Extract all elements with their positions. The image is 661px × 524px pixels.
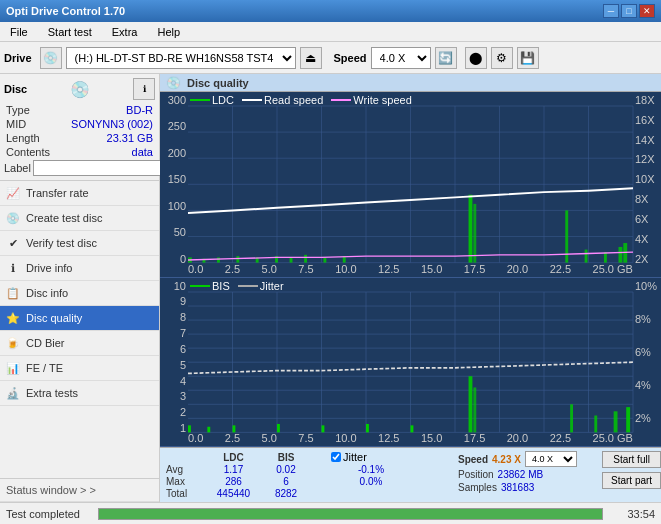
- sidebar-item-fe-te[interactable]: 📊 FE / TE: [0, 356, 159, 381]
- menubar: File Start test Extra Help: [0, 22, 661, 42]
- sidebar-item-label-drive-info: Drive info: [26, 262, 72, 274]
- dq-header-title: Disc quality: [187, 77, 249, 89]
- stats-avg-row: Avg 1.17 0.02 -0.1%: [166, 464, 446, 475]
- sidebar-item-drive-info[interactable]: ℹ Drive info: [0, 256, 159, 281]
- svg-rect-55: [188, 425, 191, 432]
- save-btn[interactable]: 💾: [517, 47, 539, 69]
- start-full-button[interactable]: Start full: [602, 451, 661, 468]
- speed-result-value: 4.23 X: [492, 454, 521, 465]
- svg-rect-65: [594, 415, 597, 432]
- disc-type-row: Type BD-R: [4, 104, 155, 116]
- status-window-btn[interactable]: Status window > >: [0, 478, 159, 502]
- sidebar-item-transfer-rate[interactable]: 📈 Transfer rate: [0, 181, 159, 206]
- svg-rect-60: [366, 424, 369, 432]
- drive-icon-btn[interactable]: 💿: [40, 47, 62, 69]
- sidebar-item-disc-quality[interactable]: ⭐ Disc quality: [0, 306, 159, 331]
- progress-bar: [98, 508, 603, 520]
- speed-header: Speed: [458, 454, 488, 465]
- svg-rect-66: [614, 411, 618, 432]
- nav-items: 📈 Transfer rate 💿 Create test disc ✔ Ver…: [0, 181, 159, 406]
- disc-mid-value: SONYNN3 (002): [71, 118, 153, 130]
- sidebar-item-disc-info[interactable]: 📋 Disc info: [0, 281, 159, 306]
- menu-file[interactable]: File: [4, 24, 34, 40]
- content-area: 💿 Disc quality LDC Read speed: [160, 74, 661, 502]
- chart1-y-axis-left: 300250200150100500: [160, 92, 188, 277]
- svg-rect-32: [618, 247, 622, 263]
- chart1-legend: LDC Read speed Write speed: [190, 94, 412, 106]
- drive-label: Drive: [4, 52, 32, 64]
- sidebar: Disc 💿 ℹ Type BD-R MID SONYNN3 (002) Len…: [0, 74, 160, 502]
- bis-color: [190, 285, 210, 287]
- max-ldc: 286: [206, 476, 261, 487]
- titlebar-title: Opti Drive Control 1.70: [6, 5, 125, 17]
- speed-pos-wrap: Speed 4.23 X 4.0 X Position 23862 MB Sam…: [458, 451, 598, 493]
- start-buttons-wrap: Start full Start part: [602, 451, 661, 489]
- minimize-button[interactable]: ─: [603, 4, 619, 18]
- total-bis: 8282: [261, 488, 311, 499]
- svg-rect-28: [473, 204, 476, 263]
- svg-rect-30: [585, 250, 588, 263]
- transfer-rate-icon: 📈: [6, 186, 20, 200]
- sidebar-item-cd-bier[interactable]: 🍺 CD Bier: [0, 331, 159, 356]
- svg-rect-59: [322, 425, 325, 432]
- jitter-checkbox[interactable]: [331, 452, 341, 462]
- speed-select[interactable]: 4.0 X: [371, 47, 431, 69]
- sidebar-item-label-disc-quality: Disc quality: [26, 312, 82, 324]
- chart1-svg-wrap: [188, 106, 633, 263]
- disc-length-row: Length 23.31 GB: [4, 132, 155, 144]
- stat-table-wrap: LDC BIS Jitter Avg 1.17 0.02: [166, 451, 446, 499]
- sidebar-item-create-test-disc[interactable]: 💿 Create test disc: [0, 206, 159, 231]
- total-label: Total: [166, 488, 206, 499]
- record-btn[interactable]: ⬤: [465, 47, 487, 69]
- svg-rect-61: [411, 425, 414, 432]
- titlebar: Opti Drive Control 1.70 ─ □ ✕: [0, 0, 661, 22]
- menu-extra[interactable]: Extra: [106, 24, 144, 40]
- disc-header: Disc 💿 ℹ: [4, 78, 155, 100]
- disc-contents-label: Contents: [6, 146, 50, 158]
- settings-btn[interactable]: ⚙: [491, 47, 513, 69]
- extra-tests-icon: 🔬: [6, 386, 20, 400]
- status-window-label: Status window > >: [6, 484, 96, 496]
- maximize-button[interactable]: □: [621, 4, 637, 18]
- disc-panel: Disc 💿 ℹ Type BD-R MID SONYNN3 (002) Len…: [0, 74, 159, 181]
- samples-label: Samples: [458, 482, 497, 493]
- disc-title: Disc: [4, 83, 27, 95]
- disc-info-icon-btn[interactable]: ℹ: [133, 78, 155, 100]
- disc-label-input[interactable]: [33, 160, 166, 176]
- speed-select-stats[interactable]: 4.0 X: [525, 451, 577, 467]
- charts-area: LDC Read speed Write speed 3002502001501…: [160, 92, 661, 447]
- menu-help[interactable]: Help: [151, 24, 186, 40]
- status-text: Test completed: [6, 508, 86, 520]
- chart1: LDC Read speed Write speed 3002502001501…: [160, 92, 661, 278]
- chart2: BIS Jitter 10987654321 10%8%6%4%2%: [160, 278, 661, 447]
- legend-jitter-label: Jitter: [260, 280, 284, 292]
- sidebar-item-extra-tests[interactable]: 🔬 Extra tests: [0, 381, 159, 406]
- position-label: Position: [458, 469, 494, 480]
- legend-bis: BIS: [190, 280, 230, 292]
- sidebar-item-label-transfer-rate: Transfer rate: [26, 187, 89, 199]
- sidebar-item-verify-test-disc[interactable]: ✔ Verify test disc: [0, 231, 159, 256]
- chart1-x-axis: 0.02.55.07.510.012.515.017.520.022.525.0…: [188, 263, 633, 275]
- chart2-x-axis: 0.02.55.07.510.012.515.017.520.022.525.0…: [188, 432, 633, 444]
- svg-rect-63: [473, 387, 476, 432]
- start-part-button[interactable]: Start part: [602, 472, 661, 489]
- chart2-legend: BIS Jitter: [190, 280, 284, 292]
- legend-bis-label: BIS: [212, 280, 230, 292]
- avg-jitter: -0.1%: [331, 464, 411, 475]
- svg-rect-27: [469, 195, 473, 263]
- svg-rect-58: [277, 424, 280, 432]
- jitter-label: Jitter: [343, 451, 367, 463]
- refresh-btn[interactable]: 🔄: [435, 47, 457, 69]
- disc-mid-row: MID SONYNN3 (002): [4, 118, 155, 130]
- disc-type-label: Type: [6, 104, 30, 116]
- eject-btn[interactable]: ⏏: [300, 47, 322, 69]
- sidebar-item-label-verify-test-disc: Verify test disc: [26, 237, 97, 249]
- disc-length-value: 23.31 GB: [107, 132, 153, 144]
- drive-select[interactable]: (H:) HL-DT-ST BD-RE WH16NS58 TST4: [66, 47, 296, 69]
- col-bis-header: BIS: [261, 452, 311, 463]
- chart2-svg-wrap: [188, 292, 633, 432]
- stats-total-row: Total 445440 8282: [166, 488, 446, 499]
- svg-rect-67: [626, 407, 630, 432]
- close-button[interactable]: ✕: [639, 4, 655, 18]
- menu-start-test[interactable]: Start test: [42, 24, 98, 40]
